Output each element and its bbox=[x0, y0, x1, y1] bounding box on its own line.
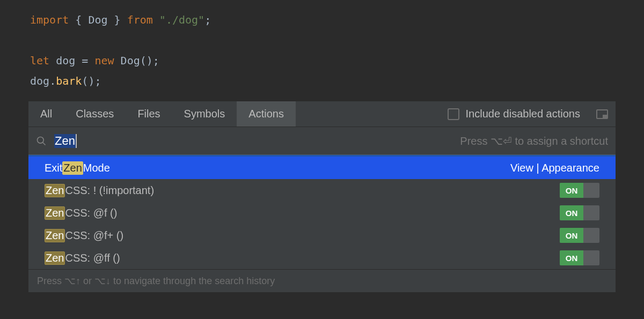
search-results: Exit Zen ModeView | AppearanceZen CSS: !… bbox=[28, 155, 616, 269]
match-highlight: Zen bbox=[62, 161, 83, 175]
match-highlight: Zen bbox=[45, 206, 65, 220]
toggle-switch[interactable]: ON bbox=[560, 183, 599, 198]
search-input-row: Zen Press ⌥⏎ to assign a shortcut bbox=[28, 127, 616, 155]
result-label: Exit Zen Mode bbox=[45, 161, 510, 175]
tab-actions[interactable]: Actions bbox=[237, 101, 296, 127]
match-highlight: Zen bbox=[45, 251, 65, 265]
match-highlight: Zen bbox=[45, 184, 65, 197]
footer-hint: Press ⌥↑ or ⌥↓ to navigate through the s… bbox=[28, 269, 616, 292]
code-line-3: let dog = new Dog(); bbox=[30, 50, 614, 71]
toggle-switch[interactable]: ON bbox=[560, 205, 599, 220]
checkbox-icon bbox=[448, 108, 459, 120]
result-label: Zen CSS: @f () bbox=[45, 206, 560, 220]
search-input[interactable]: Zen bbox=[54, 134, 460, 148]
result-row-4[interactable]: Zen CSS: @ff ()ON bbox=[28, 247, 616, 269]
search-shortcut-hint: Press ⌥⏎ to assign a shortcut bbox=[460, 135, 608, 147]
code-line-2 bbox=[30, 30, 614, 50]
toggle-switch[interactable]: ON bbox=[560, 250, 599, 265]
toggle-switch[interactable]: ON bbox=[560, 228, 599, 243]
result-label: Zen CSS: @ff () bbox=[45, 251, 560, 265]
tab-classes[interactable]: Classes bbox=[64, 101, 126, 127]
include-disabled-checkbox[interactable]: Include disabled actions bbox=[448, 108, 616, 120]
tab-files[interactable]: Files bbox=[126, 101, 172, 127]
result-row-0[interactable]: Exit Zen ModeView | Appearance bbox=[28, 157, 616, 179]
search-tabs: All Classes Files Symbols Actions Includ… bbox=[28, 101, 616, 127]
code-editor[interactable]: import { Dog } from "./dog"; let dog = n… bbox=[0, 0, 644, 101]
result-meta: View | Appearance bbox=[510, 162, 599, 174]
code-line-4: dog.bark(); bbox=[30, 71, 614, 91]
result-label: Zen CSS: @f+ () bbox=[45, 229, 560, 242]
match-highlight: Zen bbox=[45, 229, 65, 242]
detach-window-icon[interactable] bbox=[596, 109, 608, 119]
text-cursor bbox=[76, 134, 77, 148]
result-row-1[interactable]: Zen CSS: ! (!important)ON bbox=[28, 179, 616, 202]
result-row-3[interactable]: Zen CSS: @f+ ()ON bbox=[28, 224, 616, 247]
svg-line-1 bbox=[43, 142, 46, 145]
tab-all[interactable]: All bbox=[28, 101, 64, 127]
result-label: Zen CSS: ! (!important) bbox=[45, 184, 560, 197]
tab-symbols[interactable]: Symbols bbox=[172, 101, 237, 127]
code-line-1: import { Dog } from "./dog"; bbox=[30, 10, 614, 30]
search-icon bbox=[36, 136, 47, 146]
search-everywhere-panel: All Classes Files Symbols Actions Includ… bbox=[28, 101, 616, 293]
svg-point-0 bbox=[38, 137, 44, 143]
result-row-2[interactable]: Zen CSS: @f ()ON bbox=[28, 202, 616, 224]
